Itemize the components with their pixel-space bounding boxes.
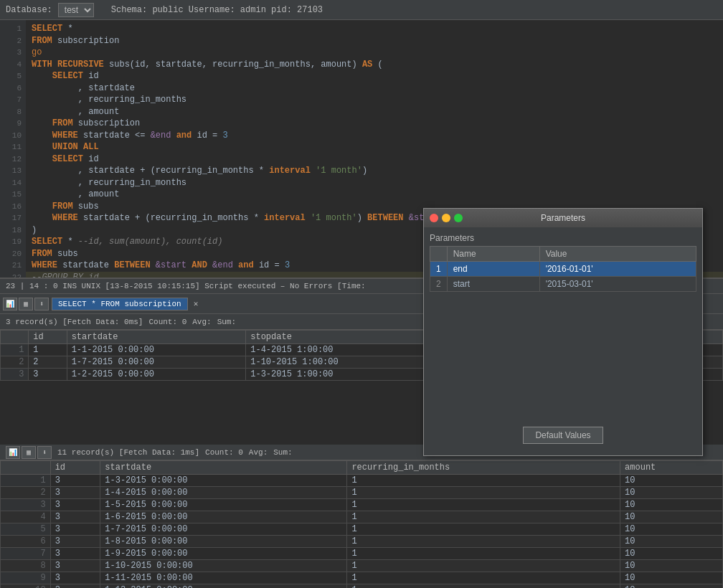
table-cell: 1-9-2015 0:00:00 — [100, 548, 347, 560]
row-num: 9 — [1, 572, 51, 584]
result2-sum: Sum: — [273, 448, 292, 457]
line-number: 22 — [4, 272, 22, 279]
code-token — [32, 213, 52, 223]
result2-table-icon[interactable]: ▦ — [22, 446, 36, 459]
line-number: 12 — [4, 153, 22, 166]
code-token: subs(id, startdate, recurring_in_months,… — [104, 60, 362, 70]
table-row: 431-6-2015 0:00:00110 — [1, 511, 723, 523]
database-select[interactable]: test — [58, 3, 94, 17]
table-row: 131-3-2015 0:00:00110 — [1, 475, 723, 487]
code-token: id = — [192, 131, 222, 141]
table-icon[interactable]: ▦ — [19, 298, 33, 310]
param-row[interactable]: 2 start '2015-03-01' — [430, 277, 696, 292]
code-line: UNION ALL — [32, 141, 717, 153]
line-number: 15 — [4, 189, 22, 201]
table-cell: 1-10-2015 0:00:00 — [100, 560, 347, 572]
window-minimize-btn[interactable] — [442, 214, 450, 222]
table-cell: 1 — [347, 572, 620, 584]
default-values-button[interactable]: Default Values — [523, 427, 602, 444]
code-token: WHERE — [32, 260, 57, 270]
param-col-header — [430, 247, 448, 262]
table-row: 931-11-2015 0:00:00110 — [1, 572, 723, 584]
code-token — [32, 154, 52, 164]
row-num: 5 — [1, 523, 51, 536]
table-cell: 1 — [29, 344, 67, 356]
line-number: 8 — [4, 106, 22, 118]
table-cell: 3 — [50, 475, 100, 487]
line-number: 6 — [4, 82, 22, 95]
table-cell: 3 — [29, 369, 67, 381]
table-cell: 10 — [620, 487, 723, 499]
code-token: id = — [254, 260, 285, 270]
result1-icons: 📊 ▦ ⬇ — [3, 298, 49, 310]
code-token: WITH RECURSIVE — [32, 60, 104, 70]
row-num: 2 — [1, 356, 29, 369]
code-line: , amount — [32, 189, 717, 201]
code-token: '1 month' — [311, 213, 357, 223]
line-number: 1 — [4, 23, 22, 35]
code-token: and — [176, 131, 192, 141]
code-token: ( — [372, 60, 382, 70]
result2-export-icon[interactable]: ⬇ — [37, 446, 52, 459]
code-token: AND — [192, 260, 207, 270]
table-cell: 1-4-2015 1:00:00 — [246, 344, 435, 356]
table-cell: 1-3-2015 0:00:00 — [100, 475, 347, 487]
code-token: startdate — [57, 260, 114, 270]
table-cell: 3 — [50, 572, 100, 584]
table-cell: 3 — [50, 511, 100, 523]
result1-tab[interactable]: SELECT * FROM subscription — [52, 298, 188, 310]
table-cell: 3 — [50, 536, 100, 548]
code-token: ) — [357, 213, 367, 223]
table-cell: 3 — [50, 560, 100, 572]
table-cell: 1 — [347, 523, 620, 536]
code-token: , recurring_in_months — [32, 95, 186, 105]
code-token — [32, 142, 52, 152]
param-row[interactable]: 1 end '2016-01-01' — [430, 262, 696, 277]
param-row-num: 1 — [430, 262, 448, 277]
code-token: * — [62, 237, 78, 247]
code-token: SELECT — [52, 154, 83, 164]
result1-sum: Sum: — [217, 318, 236, 326]
result1-record-count: 3 record(s) [Fetch Data: 0ms] — [6, 318, 143, 326]
params-titlebar: Parameters — [424, 209, 702, 227]
table-cell: 3 — [50, 499, 100, 511]
line-number: 3 — [4, 47, 22, 59]
result1-close[interactable]: ✕ — [194, 299, 199, 308]
chart-icon[interactable]: 📊 — [3, 298, 17, 310]
export-icon[interactable]: ⬇ — [34, 298, 49, 310]
code-token: subscription — [52, 36, 120, 46]
table-cell: 1-11-2015 0:00:00 — [100, 572, 347, 584]
code-token: , recurring_in_months — [32, 178, 186, 188]
code-token: interval — [269, 166, 311, 176]
table-cell: 1-7-2015 0:00:00 — [100, 523, 347, 536]
table-cell: 3 — [50, 548, 100, 560]
line-number: 7 — [4, 94, 22, 106]
param-value: '2016-01-01' — [539, 262, 696, 277]
table-cell: 10 — [620, 536, 723, 548]
table-cell: 1-7-2015 0:00:00 — [67, 356, 246, 369]
line-number: 11 — [4, 141, 22, 153]
window-close-btn[interactable] — [430, 214, 438, 222]
table-cell: 3 — [50, 487, 100, 499]
code-token: FROM — [32, 249, 52, 259]
code-token: subscription — [73, 118, 141, 128]
table-row: 231-4-2015 0:00:00110 — [1, 487, 723, 499]
param-col-header: Value — [539, 247, 696, 262]
code-token: FROM — [32, 36, 52, 46]
code-token: go — [32, 47, 42, 57]
code-line: SELECT * — [32, 23, 717, 35]
col-header: startdate — [67, 331, 246, 344]
col-header: id — [29, 331, 67, 344]
table-cell: 1 — [347, 560, 620, 572]
code-token: --GROUP BY id — [32, 272, 99, 278]
code-line: FROM subscription — [32, 35, 717, 47]
result2-chart-icon[interactable]: 📊 — [6, 446, 20, 459]
code-token — [306, 213, 311, 223]
result1-count: Count: 0 — [148, 318, 186, 326]
col-header: stopdate — [246, 331, 435, 344]
col-header: startdate — [100, 461, 347, 475]
row-num: 1 — [1, 344, 29, 356]
code-token: , startdate — [32, 83, 135, 93]
code-token: ) — [362, 166, 367, 176]
window-maximize-btn[interactable] — [454, 214, 463, 222]
